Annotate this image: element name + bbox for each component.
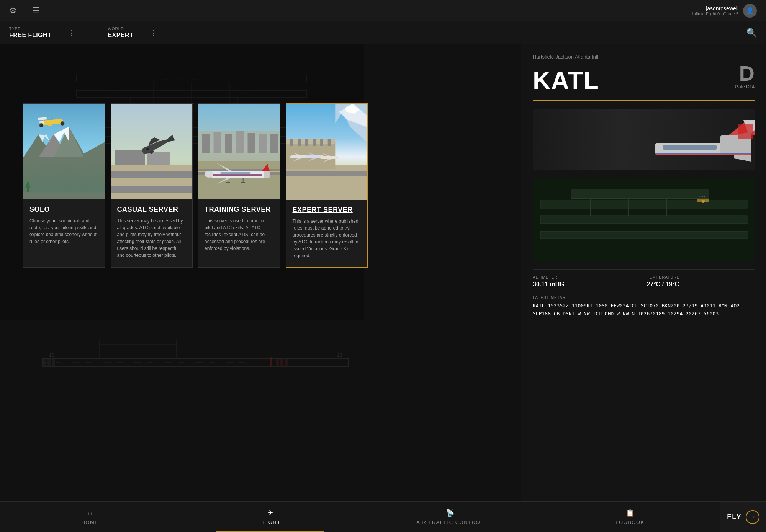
svg-rect-129 xyxy=(540,231,747,239)
svg-rect-71 xyxy=(214,132,221,153)
airport-map-lower: 10 28 xyxy=(23,320,368,412)
svg-rect-111 xyxy=(320,156,339,159)
solo-card-image xyxy=(23,104,105,199)
altimeter-label: ALTIMETER xyxy=(533,275,641,279)
airport-section: Hartsfield-Jackson Atlanta Intl KATL D G… xyxy=(533,54,755,93)
server-cards-container: SOLO Choose your own aircraft and route,… xyxy=(23,103,368,268)
svg-rect-30 xyxy=(52,359,55,366)
fly-arrow-icon: → xyxy=(746,510,759,524)
training-card-title: TRAINING SERVER xyxy=(205,206,274,214)
svg-rect-28 xyxy=(43,359,46,366)
svg-rect-73 xyxy=(236,131,244,153)
svg-rect-74 xyxy=(247,133,255,153)
svg-marker-78 xyxy=(264,171,270,178)
svg-rect-125 xyxy=(655,154,751,155)
svg-rect-0 xyxy=(77,75,306,82)
svg-rect-123 xyxy=(663,145,717,150)
search-icon[interactable]: 🔍 xyxy=(746,28,757,38)
casual-card-content: CASUAL SERVER This server may be accesse… xyxy=(111,199,193,266)
svg-marker-45 xyxy=(25,180,31,188)
gate-number: Gate D14 xyxy=(735,84,755,90)
svg-point-82 xyxy=(205,171,214,178)
orange-line xyxy=(533,100,755,101)
nav-logbook[interactable]: 📋 LOGBOOK xyxy=(540,502,720,532)
svg-rect-59 xyxy=(147,152,169,165)
solo-card-title: SOLO xyxy=(29,206,99,214)
airport-map-right-panel: D14 xyxy=(533,178,755,262)
svg-point-51 xyxy=(61,121,65,126)
fly-button[interactable]: FLY → xyxy=(720,502,766,532)
svg-text:10: 10 xyxy=(49,352,54,358)
svg-rect-57 xyxy=(111,186,193,193)
nav-atc[interactable]: 📡 AIR TRAFFIC CONTROL xyxy=(360,502,540,532)
training-card-image xyxy=(198,104,280,199)
svg-rect-29 xyxy=(47,359,51,366)
svg-rect-128 xyxy=(540,216,747,224)
svg-point-50 xyxy=(39,123,44,127)
svg-rect-58 xyxy=(115,150,145,165)
svg-rect-34 xyxy=(276,359,279,366)
airport-name: Hartsfield-Jackson Atlanta Intl xyxy=(533,54,755,60)
svg-rect-72 xyxy=(225,134,232,153)
solo-card-content: SOLO Choose your own aircraft and route,… xyxy=(23,199,105,253)
svg-text:28: 28 xyxy=(337,352,342,358)
svg-rect-95 xyxy=(286,165,367,200)
log-icon[interactable]: ☰ xyxy=(33,6,40,16)
svg-rect-124 xyxy=(655,153,751,154)
airport-map-svg: D14 xyxy=(533,178,755,262)
world-filter-group: WORLD EXPERT xyxy=(108,27,133,39)
svg-rect-84 xyxy=(213,174,262,175)
type-filter-group: TYPE FREE FLIGHT xyxy=(9,27,51,39)
settings-icon[interactable]: ⚙ xyxy=(9,6,17,16)
metar-section: LATEST METAR KATL 152352Z 11009KT 10SM F… xyxy=(533,295,755,318)
svg-rect-55 xyxy=(111,165,193,199)
user-name: jasonrosewell xyxy=(692,5,738,11)
type-more-button[interactable]: ⋮ xyxy=(67,29,77,37)
training-card[interactable]: TRAINING SERVER This server is used to p… xyxy=(198,103,280,268)
logbook-icon: 📋 xyxy=(626,509,634,517)
fly-label: FLY xyxy=(727,513,741,521)
avatar: 👤 xyxy=(743,4,757,18)
plane-preview xyxy=(533,109,755,170)
svg-rect-36 xyxy=(285,359,288,366)
airport-code: KATL xyxy=(533,68,599,93)
flight-icon: ✈ xyxy=(267,509,273,517)
expert-card-desc: This is a server where published rules m… xyxy=(293,218,361,259)
temperature-item: TEMPERATURE 27°C / 19°C xyxy=(647,275,755,288)
nav-atc-label: AIR TRAFFIC CONTROL xyxy=(416,519,484,525)
temperature-value: 27°C / 19°C xyxy=(647,281,755,288)
svg-rect-100 xyxy=(298,139,301,146)
solo-card[interactable]: SOLO Choose your own aircraft and route,… xyxy=(23,103,105,268)
expert-card[interactable]: EXPERT SERVER This is a server where pub… xyxy=(286,103,368,268)
svg-rect-35 xyxy=(280,359,283,366)
filter-bar: TYPE FREE FLIGHT ⋮ WORLD EXPERT ⋮ 🔍 xyxy=(0,21,766,44)
top-bar-divider xyxy=(25,5,25,16)
svg-rect-70 xyxy=(202,134,210,153)
svg-rect-101 xyxy=(305,139,308,146)
expert-card-title: EXPERT SERVER xyxy=(293,206,361,214)
info-divider xyxy=(533,269,755,270)
training-card-desc: This server is used to practice pilot an… xyxy=(205,217,274,252)
svg-rect-130 xyxy=(571,189,709,199)
world-more-button[interactable]: ⋮ xyxy=(149,29,159,37)
atc-icon: 📡 xyxy=(446,509,454,517)
training-card-content: TRAINING SERVER This server is used to p… xyxy=(198,199,280,259)
nav-home[interactable]: ⌂ HOME xyxy=(0,502,180,532)
casual-card[interactable]: CASUAL SERVER This server may be accesse… xyxy=(111,103,193,268)
svg-point-38 xyxy=(34,169,95,188)
world-label: WORLD xyxy=(108,27,133,31)
nav-flight[interactable]: ✈ FLIGHT xyxy=(180,502,360,532)
world-value: EXPERT xyxy=(108,32,133,39)
svg-rect-103 xyxy=(320,139,323,146)
svg-point-136 xyxy=(702,200,705,203)
weather-grid: ALTIMETER 30.11 inHG TEMPERATURE 27°C / … xyxy=(533,275,755,288)
svg-rect-27 xyxy=(100,339,176,345)
plane-preview-svg xyxy=(533,109,755,170)
metar-label: LATEST METAR xyxy=(533,295,755,300)
right-panel: NEW FLIGHT Hartsfield-Jackson Atlanta In… xyxy=(521,21,766,532)
expert-card-image xyxy=(286,104,367,200)
svg-rect-104 xyxy=(327,139,331,146)
top-bar-left: ⚙ ☰ xyxy=(9,5,40,16)
svg-rect-122 xyxy=(738,124,753,139)
svg-rect-96 xyxy=(286,171,367,176)
